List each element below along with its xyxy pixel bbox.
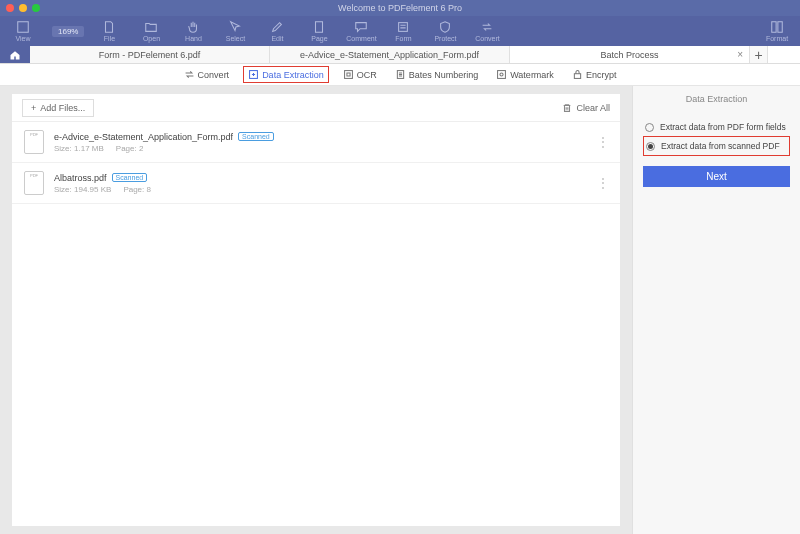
subtool-bates[interactable]: Bates Numbering [391,67,483,82]
toolbar-format[interactable]: Format [760,20,794,42]
file-row[interactable]: e-Advice_e-Statement_Application_Form.pd… [12,122,620,163]
svg-rect-3 [772,22,776,33]
subtool-data-extraction[interactable]: Data Extraction [243,66,329,83]
add-tab[interactable]: + [750,46,768,63]
scanned-badge: Scanned [238,132,274,141]
toolbar-label: Format [766,35,788,42]
file-meta: Size: 194.95 KBPage: 8 [54,185,587,194]
titlebar: Welcome to PDFelement 6 Pro [0,0,800,16]
subtool-label: Bates Numbering [409,70,479,80]
tab-label: Batch Process [600,50,658,60]
sidebar-body: Extract data from PDF form fields Extrac… [633,112,800,193]
toolbar-protect[interactable]: Protect [428,20,462,42]
toolbar-label: Comment [346,35,376,42]
subtool-label: Data Extraction [262,70,324,80]
toolbar-label: Select [226,35,245,42]
subtool-encrypt[interactable]: Encrypt [568,67,621,82]
subtool-label: Convert [198,70,230,80]
tab-label: e-Advice_e-Statement_Application_Form.pd… [300,50,479,60]
zoom-level[interactable]: 169% [52,26,84,37]
toolbar-file[interactable]: File [92,20,126,42]
tab-strip: Form - PDFelement 6.pdf e-Advice_e-State… [0,46,800,64]
toolbar-form[interactable]: Form [386,20,420,42]
add-files-label: Add Files... [40,103,85,113]
toolbar-convert[interactable]: Convert [470,20,504,42]
toolbar-label: File [104,35,115,42]
toolbar-hand[interactable]: Hand [176,20,210,42]
toolbar-label: Page [311,35,327,42]
close-tab-icon[interactable]: × [737,49,743,60]
file-meta: Size: 1.17 MBPage: 2 [54,144,587,153]
toolbar-label: Hand [185,35,202,42]
add-files-button[interactable]: +Add Files... [22,99,94,117]
row-menu-icon[interactable]: ⋮ [597,135,608,149]
subtool-label: Encrypt [586,70,617,80]
minimize-window-icon[interactable] [19,4,27,12]
option-label: Extract data from scanned PDF [661,141,780,151]
main-panel: +Add Files... Clear All e-Advice_e-State… [0,86,632,534]
file-size: Size: 194.95 KB [54,185,111,194]
clear-all-button[interactable]: Clear All [562,103,610,113]
pdf-file-icon [24,171,44,195]
home-tab[interactable] [0,46,30,63]
svg-rect-0 [18,22,29,33]
content-area: +Add Files... Clear All e-Advice_e-State… [0,86,800,534]
option-label: Extract data from PDF form fields [660,122,786,132]
plus-icon: + [31,103,36,113]
svg-point-9 [500,73,503,76]
subtool-watermark[interactable]: Watermark [492,67,558,82]
toolbar-comment[interactable]: Comment [344,20,378,42]
sidebar-title: Data Extraction [633,86,800,112]
close-window-icon[interactable] [6,4,14,12]
document-tab[interactable]: Form - PDFelement 6.pdf [30,46,270,63]
toolbar-label: Open [143,35,160,42]
file-name-text: e-Advice_e-Statement_Application_Form.pd… [54,132,233,142]
window-controls [6,4,40,12]
svg-rect-8 [498,71,506,79]
toolbar-label: Form [395,35,411,42]
toolbar-page[interactable]: Page [302,20,336,42]
svg-rect-2 [399,23,408,32]
subtool-convert[interactable]: Convert [180,67,234,82]
scanned-badge: Scanned [112,173,148,182]
maximize-window-icon[interactable] [32,4,40,12]
toolbar-view[interactable]: View [6,20,40,42]
toolbar-select[interactable]: Select [218,20,252,42]
file-name: Albatross.pdfScanned [54,173,587,183]
toolbar-label: Protect [434,35,456,42]
toolbar-edit[interactable]: Edit [260,20,294,42]
file-pages: Page: 8 [123,185,151,194]
clear-all-label: Clear All [576,103,610,113]
batch-toolbar: Convert Data Extraction OCR Bates Number… [0,64,800,86]
app-title: Welcome to PDFelement 6 Pro [338,3,462,13]
next-button[interactable]: Next [643,166,790,187]
row-menu-icon[interactable]: ⋮ [597,176,608,190]
toolbar-label: Convert [475,35,500,42]
subtool-label: OCR [357,70,377,80]
sidebar: Data Extraction Extract data from PDF fo… [632,86,800,534]
batch-process-tab[interactable]: Batch Process× [510,46,750,63]
file-info: e-Advice_e-Statement_Application_Form.pd… [54,132,587,153]
radio-icon [645,123,654,132]
main-toolbar: View 169% File Open Hand Select Edit Pag… [0,16,800,46]
svg-rect-10 [574,74,580,79]
file-pages: Page: 2 [116,144,144,153]
option-scanned-pdf[interactable]: Extract data from scanned PDF [643,136,790,156]
file-info: Albatross.pdfScanned Size: 194.95 KBPage… [54,173,587,194]
subtool-label: Watermark [510,70,554,80]
svg-rect-4 [778,22,782,33]
toolbar-label: View [15,35,30,42]
toolbar-open[interactable]: Open [134,20,168,42]
pdf-file-icon [24,130,44,154]
file-panel: +Add Files... Clear All e-Advice_e-State… [12,94,620,526]
panel-header: +Add Files... Clear All [12,94,620,122]
file-name: e-Advice_e-Statement_Application_Form.pd… [54,132,587,142]
trash-icon [562,103,572,113]
tab-label: Form - PDFelement 6.pdf [99,50,201,60]
document-tab[interactable]: e-Advice_e-Statement_Application_Form.pd… [270,46,510,63]
subtool-ocr[interactable]: OCR [339,67,381,82]
option-form-fields[interactable]: Extract data from PDF form fields [643,118,790,136]
file-name-text: Albatross.pdf [54,173,107,183]
file-row[interactable]: Albatross.pdfScanned Size: 194.95 KBPage… [12,163,620,204]
svg-rect-1 [316,22,323,33]
